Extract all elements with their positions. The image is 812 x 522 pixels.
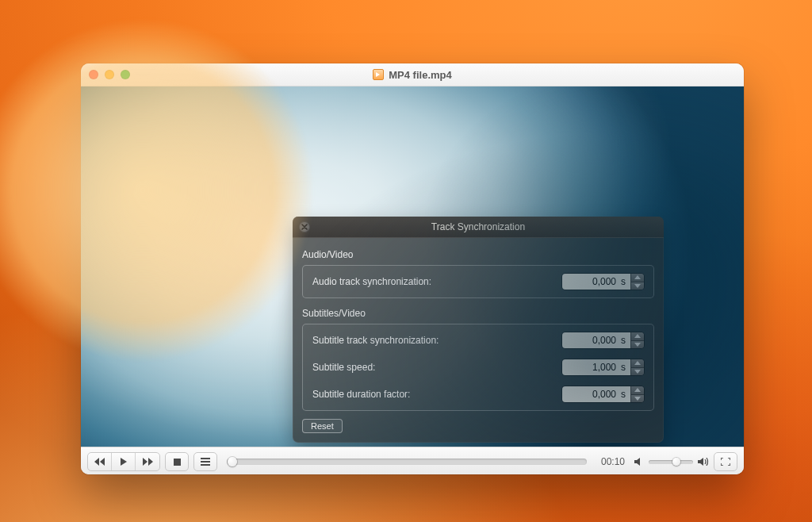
subtitle-speed-label: Subtitle speed: <box>312 362 375 373</box>
subtitle-duration-stepper <box>630 386 644 402</box>
fullscreen-icon <box>721 456 730 468</box>
volume-high-icon[interactable] <box>698 455 709 469</box>
panel-close-button[interactable] <box>299 221 310 232</box>
subtitle-sync-label: Subtitle track synchronization: <box>312 335 439 346</box>
volume-slider[interactable] <box>649 460 693 464</box>
traffic-lights <box>89 70 130 79</box>
subtitle-speed-step-down[interactable] <box>631 367 644 376</box>
play-icon <box>120 456 128 468</box>
audio-sync-spinner: s <box>562 274 644 290</box>
desktop-wallpaper: MP4 file.mp4 Track Synchronization Audio… <box>0 0 812 522</box>
subtitle-sync-step-up[interactable] <box>631 332 644 340</box>
subtitle-duration-row: Subtitle duration factor: s <box>312 386 644 402</box>
subtitle-speed-spinner: s <box>562 359 644 375</box>
section-heading-audio: Audio/Video <box>302 249 654 260</box>
skip-back-icon <box>94 456 105 468</box>
zoom-window-button[interactable] <box>121 70 130 79</box>
audio-sync-row: Audio track synchronization: s <box>312 274 644 290</box>
audio-sync-label: Audio track synchronization: <box>312 276 431 287</box>
subtitles-video-group: Subtitle track synchronization: s <box>302 324 654 411</box>
subtitle-speed-input[interactable] <box>562 359 621 375</box>
fullscreen-button[interactable] <box>714 452 737 471</box>
subtitle-speed-stepper <box>630 359 644 375</box>
stop-icon <box>174 456 181 468</box>
video-file-icon <box>373 69 384 80</box>
track-sync-panel-titlebar[interactable]: Track Synchronization <box>293 217 664 238</box>
subtitle-sync-input[interactable] <box>562 332 621 348</box>
minimize-window-button[interactable] <box>105 70 114 79</box>
window-title-text: MP4 file.mp4 <box>389 69 451 81</box>
subtitle-sync-spinner: s <box>562 332 644 348</box>
subtitle-duration-step-down[interactable] <box>631 394 644 403</box>
svg-rect-0 <box>174 459 181 466</box>
video-viewport[interactable]: Track Synchronization Audio/Video Audio … <box>81 86 744 447</box>
transport-segment <box>87 452 160 471</box>
audio-sync-unit: s <box>621 274 630 290</box>
subtitle-duration-input[interactable] <box>562 386 621 402</box>
play-button[interactable] <box>112 453 136 470</box>
subtitle-duration-step-up[interactable] <box>631 386 644 394</box>
seek-bar[interactable] <box>227 459 587 465</box>
audio-sync-stepper <box>630 274 644 290</box>
audio-sync-step-down[interactable] <box>631 282 644 290</box>
skip-forward-icon <box>142 456 153 468</box>
volume-controls <box>634 455 709 469</box>
audio-sync-input[interactable] <box>562 274 621 290</box>
subtitle-speed-row: Subtitle speed: s <box>312 359 644 375</box>
subtitle-duration-spinner: s <box>562 386 644 402</box>
subtitle-speed-step-up[interactable] <box>631 359 644 367</box>
close-window-button[interactable] <box>89 70 98 79</box>
subtitle-speed-unit: s <box>621 359 630 375</box>
subtitle-sync-step-down[interactable] <box>631 340 644 349</box>
titlebar[interactable]: MP4 file.mp4 <box>81 63 744 86</box>
subtitle-duration-unit: s <box>621 386 630 402</box>
audio-video-group: Audio track synchronization: s <box>302 265 654 298</box>
volume-low-icon[interactable] <box>634 455 644 469</box>
audio-sync-step-up[interactable] <box>631 274 644 282</box>
skip-forward-button[interactable] <box>136 453 159 470</box>
track-sync-panel-title: Track Synchronization <box>431 221 525 232</box>
skip-back-button[interactable] <box>88 453 112 470</box>
section-heading-subtitles: Subtitles/Video <box>302 308 654 319</box>
volume-knob[interactable] <box>672 458 680 466</box>
subtitle-sync-row: Subtitle track synchronization: s <box>312 332 644 348</box>
window-title: MP4 file.mp4 <box>373 69 451 81</box>
track-sync-panel: Track Synchronization Audio/Video Audio … <box>293 217 664 443</box>
stop-button[interactable] <box>165 452 189 471</box>
seek-knob[interactable] <box>228 457 237 466</box>
subtitle-sync-unit: s <box>621 332 630 348</box>
player-controls: 00:10 <box>81 447 744 474</box>
subtitle-duration-label: Subtitle duration factor: <box>312 389 410 400</box>
player-window: MP4 file.mp4 Track Synchronization Audio… <box>81 63 744 474</box>
playlist-button[interactable] <box>193 452 217 471</box>
reset-button[interactable]: Reset <box>302 419 343 433</box>
time-display[interactable]: 00:10 <box>596 456 630 467</box>
subtitle-sync-stepper <box>630 332 644 348</box>
playlist-icon <box>201 456 210 468</box>
